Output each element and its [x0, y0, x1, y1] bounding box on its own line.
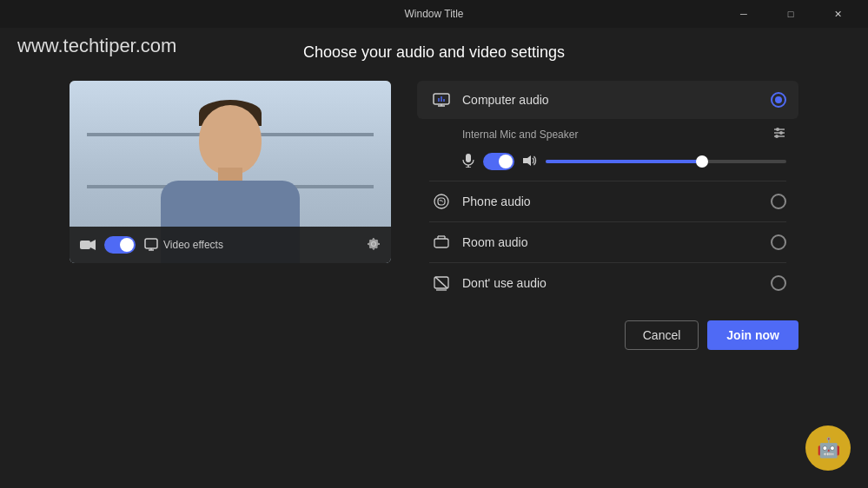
divider-3	[429, 262, 786, 263]
close-button[interactable]: ✕	[818, 0, 858, 28]
titlebar-controls: ─ □ ✕	[724, 0, 858, 28]
cancel-button[interactable]: Cancel	[625, 320, 699, 350]
no-audio-icon	[429, 275, 454, 291]
mic-toggle[interactable]	[483, 153, 514, 170]
svg-marker-20	[523, 155, 531, 166]
titlebar: Window Title ─ □ ✕	[0, 0, 868, 28]
svg-line-28	[435, 277, 447, 288]
internal-mic-label: Internal Mic and Speaker	[462, 129, 578, 141]
camera-icon	[80, 239, 96, 251]
volume-thumb[interactable]	[696, 155, 708, 168]
svg-point-21	[434, 195, 448, 208]
room-audio-option[interactable]: Room audio	[417, 224, 798, 260]
speaker-icon	[523, 155, 537, 169]
video-controls-bar: Video effects	[70, 227, 391, 263]
badge-icon: 🤖	[817, 437, 840, 459]
volume-slider[interactable]	[546, 160, 786, 163]
divider-2	[429, 221, 786, 222]
no-audio-radio[interactable]	[771, 275, 786, 291]
mixer-icon[interactable]	[772, 126, 786, 142]
action-buttons: Cancel Join now	[0, 301, 868, 350]
phone-audio-icon	[429, 194, 454, 209]
computer-audio-icon	[429, 91, 454, 109]
svg-rect-2	[145, 239, 157, 248]
svg-point-15	[779, 131, 783, 135]
svg-rect-0	[80, 241, 90, 249]
content-row: Video effects	[0, 81, 868, 301]
video-preview: Video effects	[70, 81, 391, 263]
phone-audio-radio[interactable]	[771, 194, 786, 209]
svg-point-14	[776, 128, 779, 131]
camera-toggle[interactable]	[104, 236, 136, 254]
room-audio-radio[interactable]	[771, 234, 786, 250]
no-audio-label: Dont' use audio	[462, 276, 771, 290]
main-content: Choose your audio and video settings	[0, 28, 868, 350]
minimize-button[interactable]: ─	[724, 0, 764, 28]
settings-icon[interactable]	[367, 237, 381, 254]
video-effects-wrap: Video effects	[144, 238, 223, 252]
svg-point-16	[775, 135, 779, 138]
mic-icon	[462, 154, 474, 170]
computer-audio-option[interactable]: Computer audio	[417, 81, 798, 119]
phone-audio-option[interactable]: Phone audio	[417, 183, 798, 220]
computer-audio-label: Computer audio	[462, 93, 771, 107]
page-heading: Choose your audio and video settings	[303, 43, 565, 62]
no-audio-option[interactable]: Dont' use audio	[417, 265, 798, 301]
volume-track	[546, 160, 786, 163]
audio-panel: Computer audio Internal Mic and Speaker	[417, 81, 798, 301]
video-effects-label: Video effects	[163, 239, 223, 251]
internal-mic-row: Internal Mic and Speaker	[417, 119, 798, 149]
svg-rect-22	[434, 239, 448, 247]
maximize-button[interactable]: □	[771, 0, 811, 28]
computer-audio-radio[interactable]	[771, 92, 786, 108]
svg-rect-17	[466, 154, 471, 162]
room-audio-label: Room audio	[462, 235, 771, 249]
badge-watermark: 🤖	[805, 425, 851, 471]
phone-audio-label: Phone audio	[462, 195, 771, 208]
join-button[interactable]: Join now	[707, 320, 798, 350]
divider-1	[429, 181, 786, 181]
titlebar-title: Window Title	[404, 8, 463, 20]
person-head	[199, 105, 262, 175]
svg-marker-1	[90, 240, 96, 250]
room-audio-icon	[429, 235, 454, 249]
video-effects-icon	[144, 238, 158, 252]
volume-fill	[546, 160, 702, 163]
volume-row	[417, 149, 798, 179]
